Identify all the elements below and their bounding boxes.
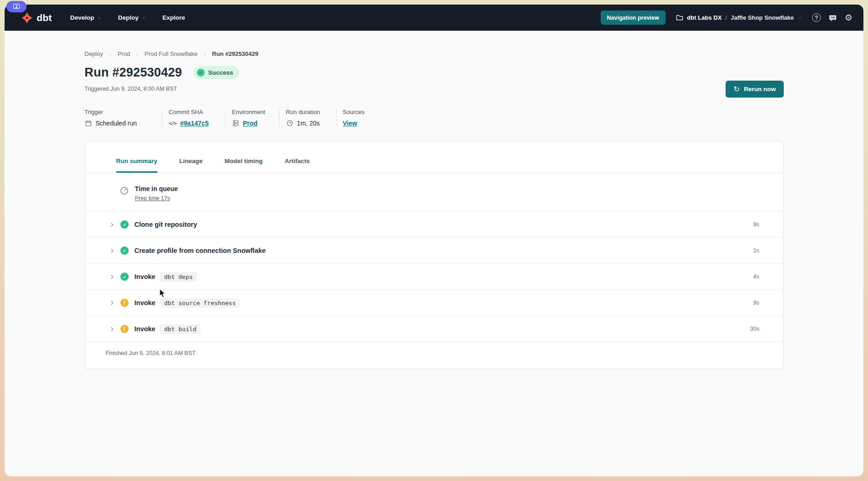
command-chip: dbt build: [160, 324, 200, 334]
status-badge-label: Success: [208, 69, 233, 76]
run-tabs: Run summary Lineage Model timing Artifac…: [85, 141, 783, 173]
breadcrumb-separator: ›: [136, 51, 138, 57]
meta-sources: Sources View: [343, 109, 377, 127]
step-row-dbt-source-freshness[interactable]: ! Invoke dbt source freshness 9s: [85, 290, 783, 316]
tab-lineage[interactable]: Lineage: [179, 158, 203, 173]
breadcrumb-deploy[interactable]: Deploy: [85, 50, 103, 57]
chevron-right-icon: [109, 300, 115, 306]
dbt-logo-icon: [20, 11, 34, 25]
breadcrumb-job[interactable]: Prod Full Snowflake: [145, 50, 198, 57]
help-icon[interactable]: ?: [812, 13, 821, 22]
main-nav: Develop Deploy Explore: [70, 14, 185, 21]
dbt-logo-text: dbt: [37, 12, 52, 23]
success-check-icon: [120, 220, 129, 229]
step-row-dbt-build[interactable]: ! Invoke dbt build 30s: [85, 316, 783, 342]
step-duration: 9s: [753, 221, 759, 228]
page-title: Run #292530429: [85, 66, 182, 80]
breadcrumb: Deploy › Prod › Prod Full Snowflake › Ru…: [85, 50, 784, 57]
nav-explore[interactable]: Explore: [163, 14, 185, 21]
calendar-icon: [85, 120, 92, 127]
meta-environment: Environment Prod: [232, 109, 280, 127]
clock-icon: [286, 120, 293, 127]
refresh-icon: ↻: [733, 85, 739, 93]
account-separator: /: [725, 14, 727, 21]
screen-share-user-icon: [6, 1, 27, 12]
top-navbar: dbt Develop Deploy Explore Navigation pr…: [5, 5, 863, 31]
run-meta-row: Trigger Scheduled run Commit SHA </> #9a…: [85, 109, 784, 127]
breadcrumb-separator: ›: [109, 51, 111, 57]
success-check-icon: [120, 273, 129, 281]
code-icon: </>: [169, 120, 177, 126]
step-duration: 30s: [750, 326, 759, 332]
finished-timestamp: Finished Jun 9, 2024, 8:01 AM BST: [85, 342, 783, 369]
commit-sha-link[interactable]: #9a147c5: [180, 120, 208, 127]
chevron-right-icon: [109, 274, 115, 280]
account-name: dbt Labs DX: [687, 14, 722, 21]
chevron-down-icon: [797, 16, 802, 20]
chevron-right-icon: [109, 222, 115, 228]
feedback-icon[interactable]: [828, 13, 837, 22]
tab-model-timing[interactable]: Model timing: [225, 158, 263, 173]
chevron-down-icon: [97, 16, 102, 20]
environment-link[interactable]: Prod: [243, 120, 258, 127]
run-summary-card: Run summary Lineage Model timing Artifac…: [85, 141, 784, 369]
step-duration: 4s: [753, 273, 759, 280]
meta-commit-sha: Commit SHA </> #9a147c5: [169, 109, 226, 127]
warning-icon: !: [120, 325, 129, 333]
folder-icon: [676, 14, 684, 22]
queue-title: Time in queue: [135, 185, 178, 192]
step-row-create-profile[interactable]: Create profile from connection Snowflake…: [85, 238, 783, 264]
meta-trigger: Trigger Scheduled run: [85, 109, 163, 127]
account-project-switcher[interactable]: dbt Labs DX / Jaffle Shop Snowflake: [676, 14, 802, 22]
project-name: Jaffle Shop Snowflake: [731, 14, 794, 21]
time-in-queue-section: Time in queue Prep time 17s: [85, 173, 783, 212]
step-duration: 1s: [753, 247, 759, 254]
navigation-preview-button[interactable]: Navigation preview: [601, 11, 666, 25]
chevron-right-icon: [109, 326, 115, 332]
database-icon: [232, 120, 239, 127]
step-row-dbt-deps[interactable]: Invoke dbt deps 4s: [85, 264, 783, 290]
settings-gear-icon[interactable]: ⚙: [845, 13, 852, 22]
chevron-down-icon: [141, 16, 146, 20]
command-chip: dbt source freshness: [160, 298, 240, 308]
triggered-timestamp: Triggered Jun 9, 2024, 8:00 AM BST: [85, 86, 784, 92]
rerun-now-button[interactable]: ↻ Rerun now: [726, 81, 783, 98]
nav-develop[interactable]: Develop: [70, 14, 102, 21]
tab-run-summary[interactable]: Run summary: [116, 158, 157, 173]
app-viewport: dbt Develop Deploy Explore Navigation pr…: [5, 5, 863, 476]
nav-deploy[interactable]: Deploy: [118, 14, 146, 21]
timer-icon: [119, 186, 129, 196]
prep-time-link[interactable]: Prep time 17s: [135, 195, 170, 202]
breadcrumb-current-run: Run #292530429: [212, 50, 258, 57]
page-body: Deploy › Prod › Prod Full Snowflake › Ru…: [5, 31, 863, 476]
warning-icon: !: [120, 299, 129, 307]
success-check-icon: [197, 69, 205, 77]
tab-artifacts[interactable]: Artifacts: [285, 158, 310, 173]
step-row-clone-git[interactable]: Clone git repository 9s: [85, 212, 783, 238]
sources-view-link[interactable]: View: [343, 120, 358, 127]
command-chip: dbt deps: [160, 272, 197, 282]
breadcrumb-separator: ›: [204, 51, 206, 57]
chevron-right-icon: [109, 248, 115, 254]
success-check-icon: [120, 246, 129, 255]
breadcrumb-prod[interactable]: Prod: [118, 50, 130, 57]
dbt-logo[interactable]: dbt: [20, 11, 52, 25]
meta-run-duration: Run duration 1m, 20s: [286, 109, 336, 127]
step-duration: 9s: [753, 300, 759, 306]
status-badge: Success: [194, 66, 239, 79]
